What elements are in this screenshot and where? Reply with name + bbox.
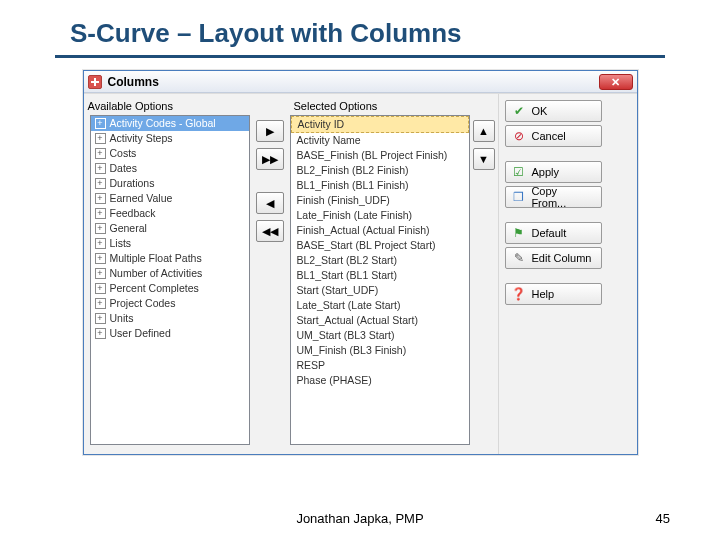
expand-icon[interactable]: +	[95, 133, 106, 144]
selected-item[interactable]: Phase (PHASE)	[291, 373, 469, 388]
available-pane: Available Options +Activity Codes - Glob…	[84, 94, 250, 454]
available-item[interactable]: +Dates	[91, 161, 249, 176]
titlebar[interactable]: Columns ✕	[84, 71, 637, 93]
add-all-button[interactable]: ▶▶	[256, 148, 284, 170]
selected-item[interactable]: UM_Finish (BL3 Finish)	[291, 343, 469, 358]
expand-icon[interactable]: +	[95, 298, 106, 309]
expand-icon[interactable]: +	[95, 268, 106, 279]
selected-item[interactable]: Finish_Actual (Actual Finish)	[291, 223, 469, 238]
available-item-label: General	[110, 221, 147, 236]
columns-dialog: Columns ✕ Available Options +Activity Co…	[83, 70, 638, 455]
available-item[interactable]: +Durations	[91, 176, 249, 191]
available-item[interactable]: +Feedback	[91, 206, 249, 221]
check-icon: ✔	[512, 104, 526, 118]
available-item[interactable]: +Units	[91, 311, 249, 326]
dialog-title: Columns	[108, 75, 159, 89]
available-item[interactable]: +Activity Steps	[91, 131, 249, 146]
expand-icon[interactable]: +	[95, 253, 106, 264]
available-item[interactable]: +Lists	[91, 236, 249, 251]
move-down-button[interactable]: ▼	[473, 148, 495, 170]
selected-item[interactable]: Finish (Finish_UDF)	[291, 193, 469, 208]
available-item[interactable]: +Costs	[91, 146, 249, 161]
help-button[interactable]: ❓ Help	[505, 283, 602, 305]
slide-title: S-Curve – Layout with Columns	[0, 0, 720, 55]
available-item-label: Multiple Float Paths	[110, 251, 202, 266]
available-item-label: Project Codes	[110, 296, 176, 311]
remove-all-button[interactable]: ◀◀	[256, 220, 284, 242]
selected-item[interactable]: BASE_Finish (BL Project Finish)	[291, 148, 469, 163]
flag-icon: ⚑	[512, 226, 526, 240]
available-item[interactable]: +User Defined	[91, 326, 249, 341]
selected-item[interactable]: BL1_Start (BL1 Start)	[291, 268, 469, 283]
expand-icon[interactable]: +	[95, 193, 106, 204]
expand-icon[interactable]: +	[95, 163, 106, 174]
help-label: Help	[532, 288, 555, 300]
available-item[interactable]: +General	[91, 221, 249, 236]
available-item[interactable]: +Number of Activities	[91, 266, 249, 281]
selected-item[interactable]: Start (Start_UDF)	[291, 283, 469, 298]
available-item-label: Feedback	[110, 206, 156, 221]
selected-item[interactable]: Late_Finish (Late Finish)	[291, 208, 469, 223]
expand-icon[interactable]: +	[95, 208, 106, 219]
available-item[interactable]: +Earned Value	[91, 191, 249, 206]
action-button-column: ✔ OK ⊘ Cancel ☑ Apply ❐ Copy From... ⚑ D…	[498, 94, 608, 454]
default-label: Default	[532, 227, 567, 239]
expand-icon[interactable]: +	[95, 178, 106, 189]
available-item-label: Durations	[110, 176, 155, 191]
available-item[interactable]: +Project Codes	[91, 296, 249, 311]
remove-button[interactable]: ◀	[256, 192, 284, 214]
apply-label: Apply	[532, 166, 560, 178]
available-item[interactable]: +Percent Completes	[91, 281, 249, 296]
mover-column: ▶ ▶▶ ◀ ◀◀	[250, 94, 290, 454]
selected-item[interactable]: UM_Start (BL3 Start)	[291, 328, 469, 343]
apply-button[interactable]: ☑ Apply	[505, 161, 602, 183]
expand-icon[interactable]: +	[95, 148, 106, 159]
selected-item[interactable]: BL1_Finish (BL1 Finish)	[291, 178, 469, 193]
selected-item[interactable]: Start_Actual (Actual Start)	[291, 313, 469, 328]
selected-item[interactable]: BASE_Start (BL Project Start)	[291, 238, 469, 253]
edit-column-label: Edit Column	[532, 252, 592, 264]
apply-icon: ☑	[512, 165, 526, 179]
selected-item[interactable]: BL2_Finish (BL2 Finish)	[291, 163, 469, 178]
default-button[interactable]: ⚑ Default	[505, 222, 602, 244]
expand-icon[interactable]: +	[95, 223, 106, 234]
selected-item[interactable]: Activity ID	[291, 116, 469, 133]
selected-pane: Selected Options Activity IDActivity Nam…	[290, 94, 470, 454]
close-button[interactable]: ✕	[599, 74, 633, 90]
selected-label: Selected Options	[290, 94, 470, 115]
selected-item[interactable]: RESP	[291, 358, 469, 373]
selected-listbox[interactable]: Activity IDActivity NameBASE_Finish (BL …	[290, 115, 470, 445]
available-item-label: Dates	[110, 161, 137, 176]
available-item-label: Number of Activities	[110, 266, 203, 281]
ok-button[interactable]: ✔ OK	[505, 100, 602, 122]
slide-page-number: 45	[656, 511, 670, 526]
available-item-label: Activity Steps	[110, 131, 173, 146]
available-label: Available Options	[84, 94, 250, 115]
available-listbox[interactable]: +Activity Codes - Global+Activity Steps+…	[90, 115, 250, 445]
available-item[interactable]: +Activity Codes - Global	[91, 116, 249, 131]
selected-item[interactable]: Activity Name	[291, 133, 469, 148]
expand-icon[interactable]: +	[95, 283, 106, 294]
expand-icon[interactable]: +	[95, 238, 106, 249]
move-up-button[interactable]: ▲	[473, 120, 495, 142]
selected-item[interactable]: BL2_Start (BL2 Start)	[291, 253, 469, 268]
available-item[interactable]: +Multiple Float Paths	[91, 251, 249, 266]
selected-item[interactable]: Late_Start (Late Start)	[291, 298, 469, 313]
ok-label: OK	[532, 105, 548, 117]
expand-icon[interactable]: +	[95, 328, 106, 339]
pencil-icon: ✎	[512, 251, 526, 265]
available-item-label: Lists	[110, 236, 132, 251]
available-item-label: Costs	[110, 146, 137, 161]
app-icon	[88, 75, 102, 89]
add-button[interactable]: ▶	[256, 120, 284, 142]
available-item-label: Activity Codes - Global	[110, 116, 216, 131]
copy-from-label: Copy From...	[531, 185, 594, 209]
expand-icon[interactable]: +	[95, 313, 106, 324]
cancel-button[interactable]: ⊘ Cancel	[505, 125, 602, 147]
copy-from-button[interactable]: ❐ Copy From...	[505, 186, 602, 208]
reorder-column: ▲ ▼	[470, 94, 498, 454]
available-item-label: Units	[110, 311, 134, 326]
expand-icon[interactable]: +	[95, 118, 106, 129]
edit-column-button[interactable]: ✎ Edit Column	[505, 247, 602, 269]
help-icon: ❓	[512, 287, 526, 301]
